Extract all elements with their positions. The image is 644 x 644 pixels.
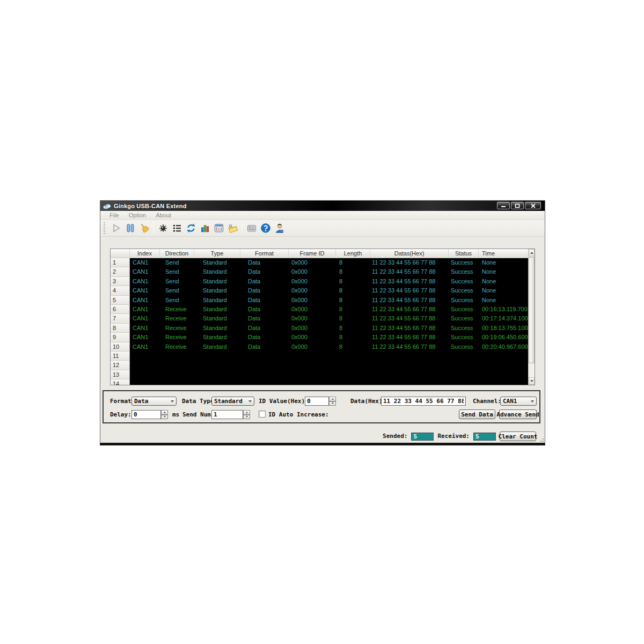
row-number[interactable]: 4 (111, 286, 130, 295)
cell-frame-id: 0x000 (289, 277, 336, 286)
header-frame-id[interactable]: Frame ID (289, 249, 336, 258)
row-number[interactable]: 2 (111, 267, 130, 276)
cell-time (479, 370, 529, 379)
spin-down-icon[interactable] (329, 401, 336, 406)
table-row[interactable]: 1CAN1SendStandardData0x000811 22 33 44 5… (111, 258, 529, 267)
chevron-down-icon (169, 400, 176, 402)
delay-label: Delay: (110, 411, 131, 419)
app-window: Ginkgo USB-CAN Extend File Option About (100, 200, 545, 445)
cell-type: Standard (194, 324, 240, 333)
row-number[interactable]: 7 (111, 314, 130, 323)
spin-down-icon[interactable] (161, 415, 168, 420)
resize-grip-icon[interactable] (539, 437, 544, 442)
scroll-down-icon[interactable] (529, 377, 535, 385)
table-row[interactable]: 7CAN1ReceiveStandardData0x000811 22 33 4… (111, 314, 529, 323)
cell-time: None (479, 258, 529, 267)
row-number[interactable]: 5 (111, 296, 130, 305)
row-number[interactable]: 13 (111, 370, 130, 379)
id-value-input[interactable] (305, 397, 329, 406)
table-row[interactable]: 6CAN1ReceiveStandardData0x000811 22 33 4… (111, 305, 529, 314)
advance-send-button[interactable]: Advance Send (499, 409, 537, 419)
send-num-input[interactable] (211, 410, 243, 419)
header-index[interactable]: Index (130, 249, 160, 258)
header-datas-hex[interactable]: Datas(Hex) (370, 249, 449, 258)
spin-up-icon[interactable] (243, 410, 250, 415)
row-number[interactable]: 10 (111, 342, 130, 352)
delay-spinner[interactable] (161, 410, 168, 419)
channel-label: Channel: (473, 397, 501, 406)
table-row[interactable]: 14 (111, 379, 529, 385)
user-icon[interactable] (273, 222, 287, 235)
header-type[interactable]: Type (194, 249, 240, 258)
cell-frame-id: 0x000 (289, 314, 336, 323)
cell-length (336, 370, 370, 379)
table-row[interactable]: 8CAN1ReceiveStandardData0x000811 22 33 4… (111, 324, 529, 333)
data-type-select[interactable]: Standard (211, 397, 254, 406)
row-number[interactable]: 12 (111, 361, 130, 370)
cell-status: Success (449, 286, 479, 295)
table-row[interactable]: 10CAN1ReceiveStandardData0x000811 22 33 … (111, 342, 529, 352)
clean-icon[interactable] (137, 222, 151, 235)
delay-input[interactable] (131, 410, 161, 419)
play-icon[interactable] (109, 222, 123, 235)
toolbar-grip[interactable] (104, 222, 105, 234)
cell-status: Success (449, 324, 479, 333)
list-icon[interactable] (170, 222, 184, 235)
send-num-spinner[interactable] (243, 410, 250, 419)
table-row[interactable]: 13 (111, 370, 529, 379)
refresh-icon[interactable] (184, 222, 198, 235)
help-icon[interactable] (259, 222, 273, 235)
send-file-icon[interactable] (226, 222, 240, 235)
vertical-scrollbar[interactable] (528, 249, 535, 385)
row-number[interactable]: 9 (111, 333, 130, 342)
header-status[interactable]: Status (449, 249, 479, 258)
chart-icon[interactable] (198, 222, 212, 235)
cell-status: Success (449, 277, 479, 286)
spin-up-icon[interactable] (329, 397, 336, 401)
titlebar[interactable]: Ginkgo USB-CAN Extend (100, 201, 545, 211)
maximize-button[interactable] (511, 202, 524, 209)
table-row[interactable]: 4CAN1SendStandardData0x000811 22 33 44 5… (111, 286, 529, 295)
table-row[interactable]: 2CAN1SendStandardData0x000811 22 33 44 5… (111, 267, 529, 276)
device-icon[interactable] (245, 222, 259, 235)
header-length[interactable]: Length (336, 249, 370, 258)
menu-about[interactable]: About (151, 211, 176, 219)
row-number[interactable]: 11 (111, 352, 130, 361)
table-row[interactable]: 5CAN1SendStandardData0x000811 22 33 44 5… (111, 296, 529, 305)
table-row[interactable]: 9CAN1ReceiveStandardData0x000811 22 33 4… (111, 333, 529, 342)
menu-option[interactable]: Option (124, 211, 151, 219)
spin-down-icon[interactable] (243, 415, 250, 420)
settings-icon[interactable] (156, 222, 170, 235)
cell-time: None (479, 286, 529, 295)
minimize-button[interactable] (497, 202, 510, 209)
cell-datas: 11 22 33 44 55 66 77 88 (370, 333, 449, 342)
row-number[interactable]: 3 (111, 277, 130, 286)
format-select[interactable]: Data (131, 397, 177, 406)
id-auto-increase-checkbox[interactable] (259, 411, 266, 418)
header-format[interactable]: Format (240, 249, 289, 258)
table-row[interactable]: 12 (111, 361, 529, 370)
table-row[interactable]: 11 (111, 352, 529, 361)
header-direction[interactable]: Direction (160, 249, 194, 258)
close-button[interactable] (525, 202, 541, 209)
data-hex-input[interactable] (381, 397, 466, 406)
pause-icon[interactable] (123, 222, 137, 235)
channel-select[interactable]: CAN1 (500, 397, 537, 406)
scroll-up-icon[interactable] (529, 249, 535, 257)
calculator-icon[interactable] (212, 222, 226, 235)
table-row[interactable]: 3CAN1SendStandardData0x000811 22 33 44 5… (111, 277, 529, 286)
send-data-button[interactable]: Send Data (459, 409, 495, 419)
received-count: 5 (473, 433, 496, 441)
row-number[interactable]: 14 (111, 379, 130, 385)
row-number[interactable]: 8 (111, 324, 130, 333)
row-number[interactable]: 1 (111, 258, 130, 267)
header-time[interactable]: Time (479, 249, 529, 258)
clear-count-button[interactable]: Clear Count (500, 431, 536, 441)
scrollbar-thumb[interactable] (529, 257, 535, 363)
row-number[interactable]: 6 (111, 305, 130, 314)
menu-file[interactable]: File (105, 211, 124, 219)
spin-up-icon[interactable] (161, 410, 168, 415)
window-title: Ginkgo USB-CAN Extend (114, 203, 187, 209)
id-value-spinner[interactable] (329, 397, 336, 406)
header-rownum[interactable] (111, 249, 130, 258)
